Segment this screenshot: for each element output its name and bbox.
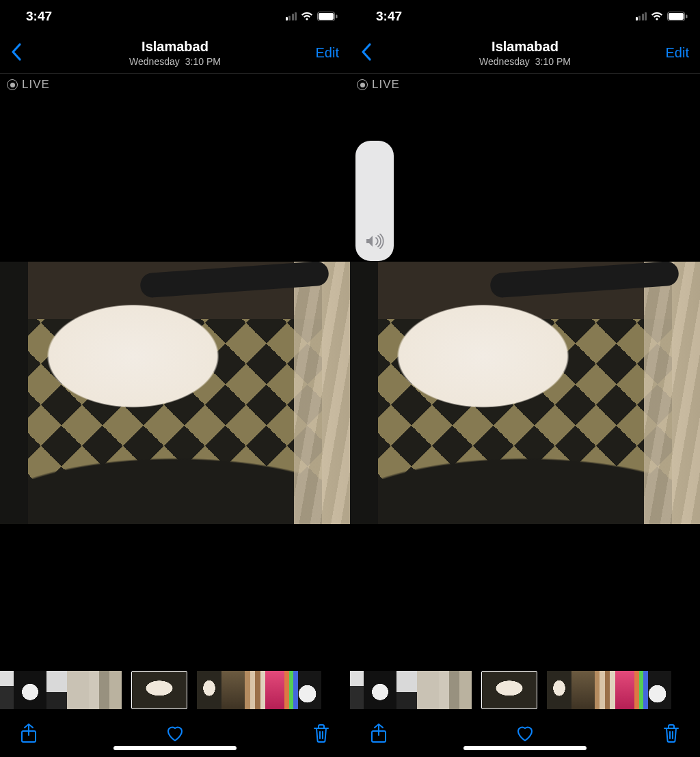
thumbnail[interactable]: [595, 671, 615, 709]
thumbnail[interactable]: [0, 671, 14, 709]
svg-rect-2: [336, 15, 338, 18]
cellular-icon: [636, 12, 647, 20]
favorite-button[interactable]: [165, 723, 185, 743]
subtitle: Wednesday3:10 PM: [41, 56, 309, 67]
battery-icon: [317, 12, 338, 21]
thumbnail[interactable]: [439, 671, 459, 709]
svg-rect-1: [319, 13, 334, 20]
status-bar: 3:47: [350, 0, 700, 33]
edit-button[interactable]: Edit: [309, 45, 339, 61]
thumbnail[interactable]: [417, 671, 439, 709]
thumbnail[interactable]: [221, 671, 245, 709]
thumbnail[interactable]: [350, 671, 364, 709]
status-time: 3:47: [26, 9, 52, 24]
thumbnail[interactable]: [396, 671, 417, 709]
nav-header: Islamabad Wednesday3:10 PM Edit: [350, 33, 700, 74]
thumbnail[interactable]: [284, 671, 298, 709]
thumbnail[interactable]: [459, 671, 472, 709]
status-right: [286, 12, 338, 21]
back-button[interactable]: [361, 52, 372, 64]
status-time: 3:47: [376, 9, 402, 24]
thumbnail[interactable]: [197, 671, 221, 709]
thumbnail-selected[interactable]: [481, 671, 537, 709]
thumbnail[interactable]: [615, 671, 634, 709]
subtitle: Wednesday3:10 PM: [391, 56, 659, 67]
title-block: Islamabad Wednesday3:10 PM: [391, 39, 659, 67]
thumbnail[interactable]: [67, 671, 89, 709]
thumbnail[interactable]: [634, 671, 648, 709]
screenshot-left: 3:47 Islamabad Wednesday3:10 PM Edit: [0, 0, 350, 757]
share-button[interactable]: [19, 723, 38, 743]
wifi-icon: [301, 12, 313, 21]
svg-rect-6: [686, 15, 688, 18]
thumbnail[interactable]: [298, 671, 321, 709]
thumbnail[interactable]: [265, 671, 284, 709]
wifi-icon: [651, 12, 663, 21]
location-title: Islamabad: [41, 39, 309, 55]
subtitle-time: 3:10 PM: [185, 56, 221, 67]
nav-header: Islamabad Wednesday3:10 PM Edit: [0, 33, 350, 74]
home-indicator[interactable]: [463, 746, 587, 750]
thumbnail-strip[interactable]: [0, 671, 350, 709]
thumbnail[interactable]: [109, 671, 122, 709]
thumbnail[interactable]: [89, 671, 109, 709]
delete-button[interactable]: [662, 723, 681, 743]
thumbnail[interactable]: [571, 671, 595, 709]
subtitle-time: 3:10 PM: [535, 56, 571, 67]
subtitle-day: Wednesday: [479, 56, 530, 67]
thumbnail[interactable]: [46, 671, 67, 709]
photo-viewer[interactable]: [350, 74, 700, 671]
favorite-button[interactable]: [515, 723, 535, 743]
screenshot-right: 3:47 Islamabad Wednesday3:10 PM Edit: [350, 0, 700, 757]
photo-viewer[interactable]: [0, 74, 350, 671]
title-block: Islamabad Wednesday3:10 PM: [41, 39, 309, 67]
thumbnail[interactable]: [14, 671, 46, 709]
status-right: [636, 12, 688, 21]
thumbnail[interactable]: [547, 671, 571, 709]
cellular-icon: [286, 12, 297, 20]
thumbnail[interactable]: [245, 671, 265, 709]
thumbnail[interactable]: [364, 671, 396, 709]
main-photo[interactable]: [350, 262, 700, 524]
back-button[interactable]: [11, 52, 22, 64]
location-title: Islamabad: [391, 39, 659, 55]
subtitle-day: Wednesday: [129, 56, 180, 67]
thumbnail[interactable]: [648, 671, 671, 709]
battery-icon: [667, 12, 688, 21]
status-bar: 3:47: [0, 0, 350, 33]
thumbnail-selected[interactable]: [131, 671, 187, 709]
svg-rect-5: [669, 13, 684, 20]
home-indicator[interactable]: [113, 746, 237, 750]
delete-button[interactable]: [312, 723, 331, 743]
thumbnail-strip[interactable]: [350, 671, 700, 709]
share-button[interactable]: [369, 723, 388, 743]
edit-button[interactable]: Edit: [659, 45, 689, 61]
main-photo[interactable]: [0, 262, 350, 524]
